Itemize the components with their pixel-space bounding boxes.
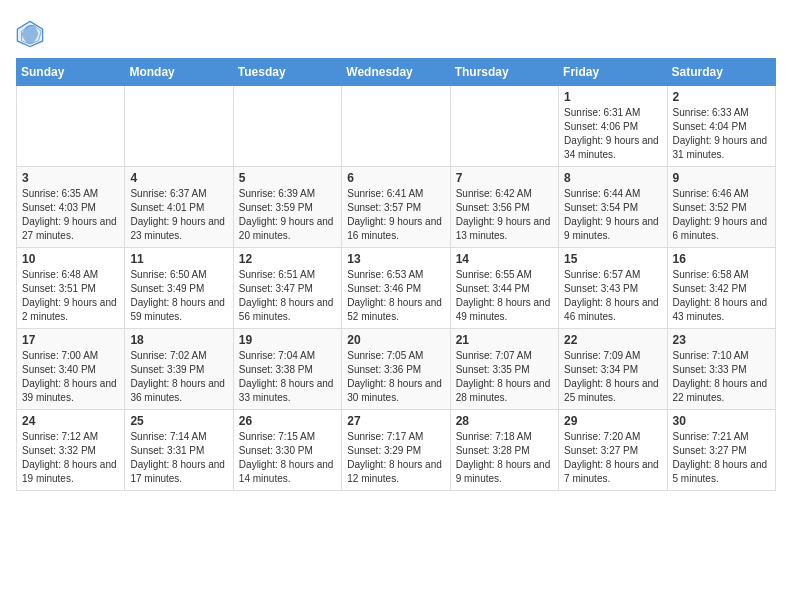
calendar-cell: 23Sunrise: 7:10 AM Sunset: 3:33 PM Dayli… <box>667 329 775 410</box>
day-number: 3 <box>22 171 119 185</box>
day-info: Sunrise: 6:55 AM Sunset: 3:44 PM Dayligh… <box>456 268 553 324</box>
day-number: 20 <box>347 333 444 347</box>
day-info: Sunrise: 7:20 AM Sunset: 3:27 PM Dayligh… <box>564 430 661 486</box>
day-info: Sunrise: 6:58 AM Sunset: 3:42 PM Dayligh… <box>673 268 770 324</box>
calendar-header-row: SundayMondayTuesdayWednesdayThursdayFrid… <box>17 59 776 86</box>
calendar-cell: 17Sunrise: 7:00 AM Sunset: 3:40 PM Dayli… <box>17 329 125 410</box>
day-number: 28 <box>456 414 553 428</box>
calendar-cell: 28Sunrise: 7:18 AM Sunset: 3:28 PM Dayli… <box>450 410 558 491</box>
day-info: Sunrise: 7:17 AM Sunset: 3:29 PM Dayligh… <box>347 430 444 486</box>
day-number: 26 <box>239 414 336 428</box>
col-header-saturday: Saturday <box>667 59 775 86</box>
day-number: 12 <box>239 252 336 266</box>
day-number: 16 <box>673 252 770 266</box>
calendar-week-2: 10Sunrise: 6:48 AM Sunset: 3:51 PM Dayli… <box>17 248 776 329</box>
day-info: Sunrise: 6:51 AM Sunset: 3:47 PM Dayligh… <box>239 268 336 324</box>
day-number: 2 <box>673 90 770 104</box>
logo <box>16 20 48 48</box>
calendar-cell <box>125 86 233 167</box>
day-info: Sunrise: 7:09 AM Sunset: 3:34 PM Dayligh… <box>564 349 661 405</box>
day-info: Sunrise: 7:00 AM Sunset: 3:40 PM Dayligh… <box>22 349 119 405</box>
calendar-cell: 24Sunrise: 7:12 AM Sunset: 3:32 PM Dayli… <box>17 410 125 491</box>
day-number: 9 <box>673 171 770 185</box>
day-number: 30 <box>673 414 770 428</box>
calendar-cell <box>342 86 450 167</box>
calendar-cell: 4Sunrise: 6:37 AM Sunset: 4:01 PM Daylig… <box>125 167 233 248</box>
calendar-cell: 16Sunrise: 6:58 AM Sunset: 3:42 PM Dayli… <box>667 248 775 329</box>
col-header-tuesday: Tuesday <box>233 59 341 86</box>
calendar-cell: 6Sunrise: 6:41 AM Sunset: 3:57 PM Daylig… <box>342 167 450 248</box>
day-info: Sunrise: 7:10 AM Sunset: 3:33 PM Dayligh… <box>673 349 770 405</box>
day-number: 19 <box>239 333 336 347</box>
day-info: Sunrise: 6:35 AM Sunset: 4:03 PM Dayligh… <box>22 187 119 243</box>
day-number: 11 <box>130 252 227 266</box>
calendar-week-3: 17Sunrise: 7:00 AM Sunset: 3:40 PM Dayli… <box>17 329 776 410</box>
day-info: Sunrise: 6:44 AM Sunset: 3:54 PM Dayligh… <box>564 187 661 243</box>
calendar-cell: 14Sunrise: 6:55 AM Sunset: 3:44 PM Dayli… <box>450 248 558 329</box>
calendar-cell: 1Sunrise: 6:31 AM Sunset: 4:06 PM Daylig… <box>559 86 667 167</box>
calendar-week-4: 24Sunrise: 7:12 AM Sunset: 3:32 PM Dayli… <box>17 410 776 491</box>
calendar-week-1: 3Sunrise: 6:35 AM Sunset: 4:03 PM Daylig… <box>17 167 776 248</box>
day-info: Sunrise: 7:02 AM Sunset: 3:39 PM Dayligh… <box>130 349 227 405</box>
col-header-thursday: Thursday <box>450 59 558 86</box>
day-number: 13 <box>347 252 444 266</box>
day-info: Sunrise: 6:42 AM Sunset: 3:56 PM Dayligh… <box>456 187 553 243</box>
calendar-cell: 2Sunrise: 6:33 AM Sunset: 4:04 PM Daylig… <box>667 86 775 167</box>
calendar-cell: 11Sunrise: 6:50 AM Sunset: 3:49 PM Dayli… <box>125 248 233 329</box>
col-header-monday: Monday <box>125 59 233 86</box>
calendar-cell: 25Sunrise: 7:14 AM Sunset: 3:31 PM Dayli… <box>125 410 233 491</box>
calendar-cell: 21Sunrise: 7:07 AM Sunset: 3:35 PM Dayli… <box>450 329 558 410</box>
calendar-cell: 18Sunrise: 7:02 AM Sunset: 3:39 PM Dayli… <box>125 329 233 410</box>
day-info: Sunrise: 6:46 AM Sunset: 3:52 PM Dayligh… <box>673 187 770 243</box>
day-info: Sunrise: 7:18 AM Sunset: 3:28 PM Dayligh… <box>456 430 553 486</box>
day-number: 24 <box>22 414 119 428</box>
calendar-cell: 10Sunrise: 6:48 AM Sunset: 3:51 PM Dayli… <box>17 248 125 329</box>
calendar-cell: 19Sunrise: 7:04 AM Sunset: 3:38 PM Dayli… <box>233 329 341 410</box>
day-info: Sunrise: 7:04 AM Sunset: 3:38 PM Dayligh… <box>239 349 336 405</box>
calendar-cell: 22Sunrise: 7:09 AM Sunset: 3:34 PM Dayli… <box>559 329 667 410</box>
calendar-cell: 8Sunrise: 6:44 AM Sunset: 3:54 PM Daylig… <box>559 167 667 248</box>
calendar-week-0: 1Sunrise: 6:31 AM Sunset: 4:06 PM Daylig… <box>17 86 776 167</box>
calendar-cell <box>17 86 125 167</box>
calendar-cell: 3Sunrise: 6:35 AM Sunset: 4:03 PM Daylig… <box>17 167 125 248</box>
day-info: Sunrise: 6:57 AM Sunset: 3:43 PM Dayligh… <box>564 268 661 324</box>
calendar-table: SundayMondayTuesdayWednesdayThursdayFrid… <box>16 58 776 491</box>
page-header <box>16 16 776 48</box>
day-info: Sunrise: 7:12 AM Sunset: 3:32 PM Dayligh… <box>22 430 119 486</box>
day-info: Sunrise: 6:33 AM Sunset: 4:04 PM Dayligh… <box>673 106 770 162</box>
calendar-cell: 29Sunrise: 7:20 AM Sunset: 3:27 PM Dayli… <box>559 410 667 491</box>
calendar-cell: 5Sunrise: 6:39 AM Sunset: 3:59 PM Daylig… <box>233 167 341 248</box>
day-number: 18 <box>130 333 227 347</box>
day-number: 21 <box>456 333 553 347</box>
day-number: 10 <box>22 252 119 266</box>
day-number: 8 <box>564 171 661 185</box>
day-info: Sunrise: 7:21 AM Sunset: 3:27 PM Dayligh… <box>673 430 770 486</box>
day-number: 5 <box>239 171 336 185</box>
day-info: Sunrise: 6:53 AM Sunset: 3:46 PM Dayligh… <box>347 268 444 324</box>
calendar-cell <box>233 86 341 167</box>
day-info: Sunrise: 7:05 AM Sunset: 3:36 PM Dayligh… <box>347 349 444 405</box>
day-info: Sunrise: 6:39 AM Sunset: 3:59 PM Dayligh… <box>239 187 336 243</box>
col-header-friday: Friday <box>559 59 667 86</box>
day-number: 17 <box>22 333 119 347</box>
calendar-cell <box>450 86 558 167</box>
day-number: 14 <box>456 252 553 266</box>
day-number: 25 <box>130 414 227 428</box>
day-info: Sunrise: 7:14 AM Sunset: 3:31 PM Dayligh… <box>130 430 227 486</box>
calendar-cell: 30Sunrise: 7:21 AM Sunset: 3:27 PM Dayli… <box>667 410 775 491</box>
day-info: Sunrise: 6:37 AM Sunset: 4:01 PM Dayligh… <box>130 187 227 243</box>
day-info: Sunrise: 7:15 AM Sunset: 3:30 PM Dayligh… <box>239 430 336 486</box>
day-number: 22 <box>564 333 661 347</box>
col-header-sunday: Sunday <box>17 59 125 86</box>
calendar-cell: 12Sunrise: 6:51 AM Sunset: 3:47 PM Dayli… <box>233 248 341 329</box>
day-number: 15 <box>564 252 661 266</box>
day-number: 7 <box>456 171 553 185</box>
calendar-cell: 26Sunrise: 7:15 AM Sunset: 3:30 PM Dayli… <box>233 410 341 491</box>
day-info: Sunrise: 6:48 AM Sunset: 3:51 PM Dayligh… <box>22 268 119 324</box>
calendar-cell: 20Sunrise: 7:05 AM Sunset: 3:36 PM Dayli… <box>342 329 450 410</box>
day-number: 29 <box>564 414 661 428</box>
day-number: 1 <box>564 90 661 104</box>
day-number: 4 <box>130 171 227 185</box>
day-info: Sunrise: 7:07 AM Sunset: 3:35 PM Dayligh… <box>456 349 553 405</box>
logo-icon <box>16 20 44 48</box>
